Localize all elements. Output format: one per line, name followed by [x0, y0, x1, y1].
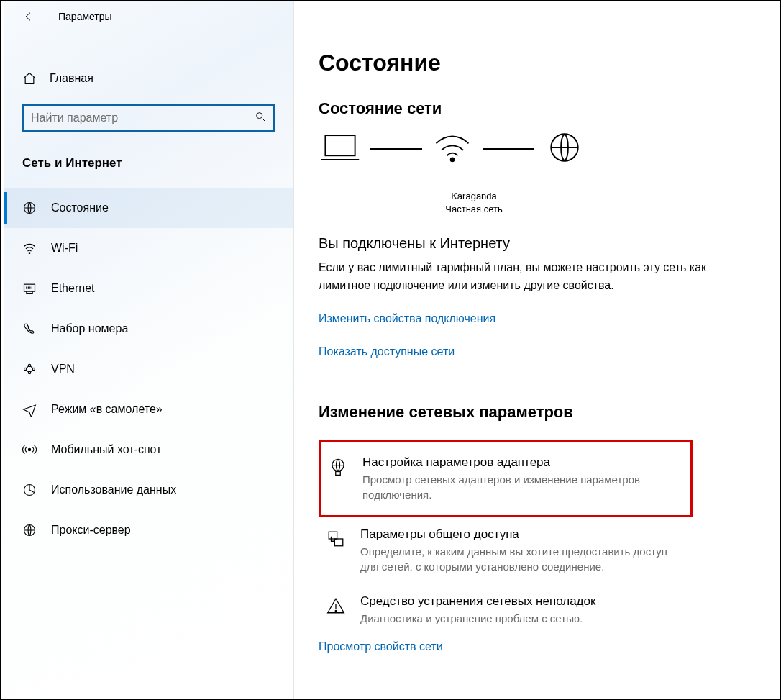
connector: [483, 148, 534, 150]
option-adapter-settings[interactable]: Настройка параметров адаптера Просмотр с…: [319, 440, 693, 517]
home-label: Главная: [50, 72, 93, 85]
svg-rect-11: [325, 135, 355, 155]
nav-item-datausage[interactable]: Использование данных: [4, 470, 293, 510]
laptop-icon: [319, 129, 362, 165]
nav-label: Набор номера: [51, 322, 128, 335]
nav-label: Прокси-сервер: [51, 524, 131, 537]
network-status-title: Состояние сети: [319, 99, 743, 118]
sidebar-nav: Состояние Wi-Fi Ethernet Набор номера: [4, 188, 293, 550]
ssid-label: Karaganda: [402, 190, 546, 203]
svg-rect-16: [329, 532, 337, 539]
page-title: Состояние: [319, 50, 743, 76]
globe-icon: [543, 129, 586, 165]
option-desc: Определите, к каким данным вы хотите пре…: [360, 544, 681, 574]
nav-label: VPN: [51, 363, 75, 376]
nav-item-proxy[interactable]: Прокси-сервер: [4, 510, 293, 550]
ethernet-icon: [22, 281, 37, 296]
category-label: Сеть и Интернет: [4, 132, 293, 178]
search-icon: [255, 111, 266, 125]
data-usage-icon: [22, 483, 37, 497]
link-change-connection-props[interactable]: Изменить свойства подключения: [319, 312, 495, 325]
option-sharing-settings[interactable]: Параметры общего доступа Определите, к к…: [319, 517, 693, 584]
svg-point-8: [28, 448, 30, 450]
connected-description: Если у вас лимитный тарифный план, вы мо…: [319, 259, 721, 295]
globe-icon: [22, 523, 37, 537]
nav-label: Мобильный хот-спот: [51, 443, 161, 456]
link-show-available-networks[interactable]: Показать доступные сети: [319, 345, 455, 358]
svg-rect-15: [336, 471, 341, 475]
nav-label: Состояние: [51, 201, 109, 214]
home-button[interactable]: Главная: [4, 63, 293, 94]
warning-icon: [326, 596, 346, 616]
search-input[interactable]: [31, 112, 255, 124]
nav-label: Ethernet: [51, 282, 94, 295]
svg-rect-3: [24, 284, 35, 291]
arrow-left-icon: [23, 11, 35, 22]
svg-point-7: [32, 368, 35, 370]
sidebar: Параметры Главная Сеть и Интернет Сос: [1, 1, 294, 699]
content: Состояние Состояние сети: [294, 1, 780, 699]
airplane-icon: [22, 402, 37, 417]
wifi-signal-icon: [431, 129, 474, 165]
wifi-icon: [22, 241, 37, 255]
connector: [370, 148, 422, 150]
nav-item-vpn[interactable]: VPN: [4, 349, 293, 389]
svg-point-4: [24, 368, 27, 370]
nav-item-ethernet[interactable]: Ethernet: [4, 268, 293, 309]
hotspot-icon: [22, 442, 37, 457]
diagram-caption: Karaganda Частная сеть: [402, 190, 546, 215]
search-wrap: [4, 94, 293, 132]
nav-item-airplane[interactable]: Режим «в самолете»: [4, 389, 293, 429]
internet-node: [543, 129, 586, 186]
nav-label: Использование данных: [51, 483, 176, 496]
svg-rect-17: [334, 539, 342, 546]
phone-icon: [22, 322, 37, 336]
svg-point-0: [257, 113, 262, 119]
option-desc: Просмотр сетевых адаптеров и изменение п…: [362, 472, 679, 502]
option-title: Настройка параметров адаптера: [362, 455, 679, 470]
back-button[interactable]: [21, 9, 37, 24]
svg-point-12: [451, 158, 455, 162]
option-title: Параметры общего доступа: [360, 527, 681, 542]
nav-label: Режим «в самолете»: [51, 403, 163, 416]
nav-item-dialup[interactable]: Набор номера: [4, 309, 293, 349]
link-view-network-properties[interactable]: Просмотр свойств сети: [319, 640, 443, 653]
nav-item-hotspot[interactable]: Мобильный хот-спот: [4, 429, 293, 470]
home-icon: [22, 71, 37, 86]
titlebar: Параметры: [4, 1, 293, 32]
adapter-icon: [328, 457, 348, 477]
nav-item-status[interactable]: Состояние: [4, 188, 293, 228]
network-type-label: Частная сеть: [402, 203, 546, 216]
nav-item-wifi[interactable]: Wi-Fi: [4, 228, 293, 268]
network-diagram: [319, 129, 743, 186]
device-node: [319, 129, 362, 186]
connected-heading: Вы подключены к Интернету: [319, 235, 743, 252]
wifi-node: [431, 129, 474, 186]
globe-icon: [22, 201, 37, 215]
sharing-icon: [326, 529, 346, 549]
nav-label: Wi-Fi: [51, 242, 78, 255]
option-desc: Диагностика и устранение проблем с сетью…: [360, 611, 595, 626]
svg-point-2: [29, 253, 30, 254]
vpn-icon: [22, 362, 37, 376]
option-title: Средство устранения сетевых неполадок: [360, 594, 595, 609]
svg-point-18: [335, 610, 337, 612]
change-network-settings-title: Изменение сетевых параметров: [319, 403, 743, 422]
option-troubleshoot[interactable]: Средство устранения сетевых неполадок Ди…: [319, 584, 693, 636]
app-title: Параметры: [58, 11, 112, 22]
search-box[interactable]: [22, 104, 275, 132]
